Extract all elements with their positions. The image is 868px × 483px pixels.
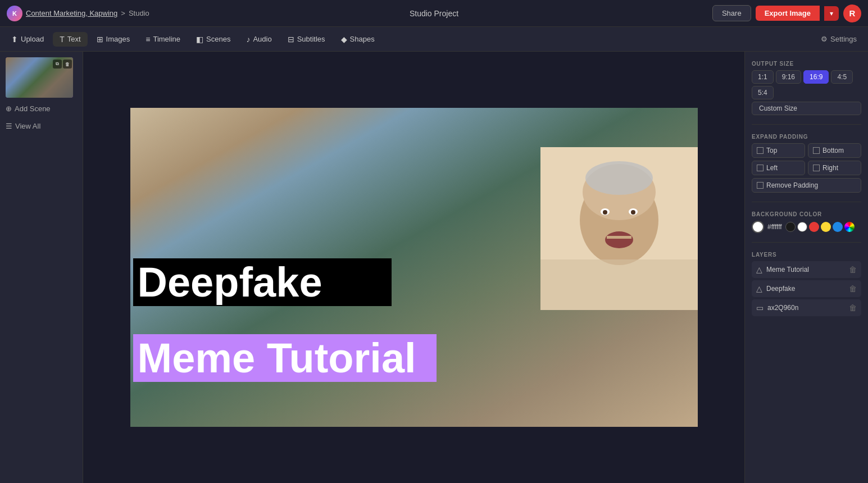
toolbar: ⬆ Upload T Text ⊞ Images ≡ Timeline ◧ Sc…	[0, 27, 868, 52]
avatar[interactable]: R	[843, 4, 861, 22]
project-title: Studio Project	[410, 9, 458, 18]
padding-top-button[interactable]: Top	[752, 143, 805, 158]
shapes-icon: ◆	[341, 35, 347, 44]
shapes-button[interactable]: ◆ Shapes	[334, 32, 381, 47]
layer-left-3: ▭ ax2Q960n	[756, 303, 798, 312]
output-size-section: OUTPUT SIZE 1:1 9:16 16:9 4:5 5:4 Custom…	[752, 61, 861, 115]
breadcrumb-separator: >	[121, 9, 125, 17]
scenes-button[interactable]: ◧ Scenes	[189, 32, 237, 47]
divider-3	[752, 242, 861, 243]
add-scene-button[interactable]: ⊕ Add Scene	[6, 102, 77, 115]
breadcrumb-area: K Content Marketing, Kapwing > Studio	[7, 6, 149, 21]
svg-point-8	[605, 231, 633, 248]
color-red[interactable]	[809, 222, 819, 232]
color-gradient-picker[interactable]	[844, 222, 855, 232]
padding-right-icon	[813, 165, 820, 171]
bg-color-title: BACKGROUND COLOR	[752, 211, 861, 217]
padding-grid: Top Bottom Left Right Remove Padding	[752, 143, 861, 193]
size-4-5[interactable]: 4:5	[831, 70, 853, 84]
color-white[interactable]	[797, 222, 807, 232]
size-9-16[interactable]: 9:16	[776, 70, 801, 84]
timeline-icon: ≡	[146, 35, 150, 44]
top-bar: K Content Marketing, Kapwing > Studio St…	[0, 0, 868, 27]
canvas-area[interactable]: Deepfake Meme Tutorial	[83, 52, 744, 483]
layer-deepfake[interactable]: △ Deepfake 🗑	[752, 280, 861, 297]
color-presets	[785, 222, 855, 232]
layer-meme-tutorial[interactable]: △ Meme Tutorial 🗑	[752, 261, 861, 278]
text-layer-icon: △	[756, 265, 762, 274]
layer-left: △ Meme Tutorial	[756, 265, 809, 274]
layer-left-2: △ Deepfake	[756, 284, 795, 293]
svg-point-3	[585, 161, 653, 195]
plus-icon: ⊕	[6, 104, 12, 113]
inset-video[interactable]	[540, 147, 698, 310]
thumb-delete-button[interactable]: 🗑	[63, 60, 72, 69]
sidebar-left: Deepfake tutorial ⧉ 🗑 ⊕ Add Scene ☰ View…	[0, 52, 83, 483]
layer-image[interactable]: ▭ ax2Q960n 🗑	[752, 299, 861, 316]
color-yellow[interactable]	[821, 222, 831, 232]
output-size-title: OUTPUT SIZE	[752, 61, 861, 67]
audio-icon: ♪	[246, 35, 250, 44]
studio-label: Studio	[129, 9, 149, 17]
thumb-controls: ⧉ 🗑	[53, 60, 72, 69]
scenes-icon: ◧	[196, 35, 203, 44]
gear-icon: ⚙	[821, 35, 828, 43]
color-black[interactable]	[785, 222, 796, 232]
text-deepfake[interactable]: Deepfake	[133, 258, 392, 306]
top-bar-actions: Share Export Image ▾ R	[712, 4, 861, 22]
list-icon: ☰	[6, 122, 12, 130]
upload-icon: ⬆	[11, 35, 18, 44]
layer-image-delete[interactable]: 🗑	[849, 303, 857, 312]
padding-top-icon	[757, 147, 764, 154]
text-button[interactable]: T Text	[53, 32, 87, 47]
size-16-9[interactable]: 16:9	[803, 70, 829, 84]
remove-padding-button[interactable]: Remove Padding	[752, 178, 861, 193]
layer-deepfake-delete[interactable]: 🗑	[849, 284, 857, 293]
svg-point-7	[631, 210, 635, 215]
thumb-copy-button[interactable]: ⧉	[53, 60, 62, 69]
layer-meme-tutorial-delete[interactable]: 🗑	[849, 265, 857, 274]
bg-color-section: BACKGROUND COLOR #ffffff	[752, 211, 861, 233]
inset-svg	[540, 147, 698, 310]
custom-size-button[interactable]: Custom Size	[752, 102, 861, 115]
size-buttons: 1:1 9:16 16:9 4:5 5:4	[752, 70, 861, 99]
bg-color-row: #ffffff	[752, 221, 861, 233]
audio-button[interactable]: ♪ Audio	[239, 32, 278, 47]
layer-meme-tutorial-name: Meme Tutorial	[766, 266, 809, 274]
expand-padding-title: EXPAND PADDING	[752, 134, 861, 140]
remove-padding-icon	[757, 182, 764, 189]
upload-button[interactable]: ⬆ Upload	[4, 32, 51, 47]
divider-2	[752, 202, 861, 202]
color-blue[interactable]	[833, 222, 843, 232]
svg-rect-10	[540, 259, 698, 310]
text-layer-icon-2: △	[756, 284, 762, 293]
main-layout: Deepfake tutorial ⧉ 🗑 ⊕ Add Scene ☰ View…	[0, 52, 868, 483]
subtitles-button[interactable]: ⊟ Subtitles	[281, 32, 332, 47]
export-caret-button[interactable]: ▾	[824, 6, 839, 21]
padding-bottom-button[interactable]: Bottom	[808, 143, 861, 158]
timeline-button[interactable]: ≡ Timeline	[139, 32, 187, 47]
layer-deepfake-name: Deepfake	[766, 285, 795, 293]
share-button[interactable]: Share	[712, 5, 751, 21]
view-all-button[interactable]: ☰ View All	[6, 120, 77, 133]
layer-image-name: ax2Q960n	[767, 304, 798, 312]
divider-1	[752, 124, 861, 125]
padding-left-button[interactable]: Left	[752, 161, 805, 175]
padding-right-button[interactable]: Right	[808, 161, 861, 175]
svg-rect-9	[607, 236, 631, 239]
images-button[interactable]: ⊞ Images	[90, 32, 137, 47]
scene-thumbnail[interactable]: Deepfake tutorial ⧉ 🗑	[6, 57, 73, 98]
padding-left-icon	[757, 165, 764, 171]
size-1-1[interactable]: 1:1	[752, 70, 774, 84]
text-meme-tutorial[interactable]: Meme Tutorial	[133, 334, 437, 382]
canvas-frame[interactable]: Deepfake Meme Tutorial	[130, 108, 698, 427]
images-icon: ⊞	[97, 35, 103, 44]
size-5-4[interactable]: 5:4	[752, 86, 774, 99]
expand-padding-section: EXPAND PADDING Top Bottom Left Right	[752, 134, 861, 193]
image-layer-icon: ▭	[756, 303, 764, 312]
color-hex-value: #ffffff	[767, 223, 782, 231]
export-button[interactable]: Export Image	[756, 6, 820, 21]
color-swatch-white[interactable]	[752, 221, 764, 233]
settings-button[interactable]: ⚙ Settings	[814, 32, 864, 46]
breadcrumb-link[interactable]: Content Marketing, Kapwing	[26, 9, 117, 17]
